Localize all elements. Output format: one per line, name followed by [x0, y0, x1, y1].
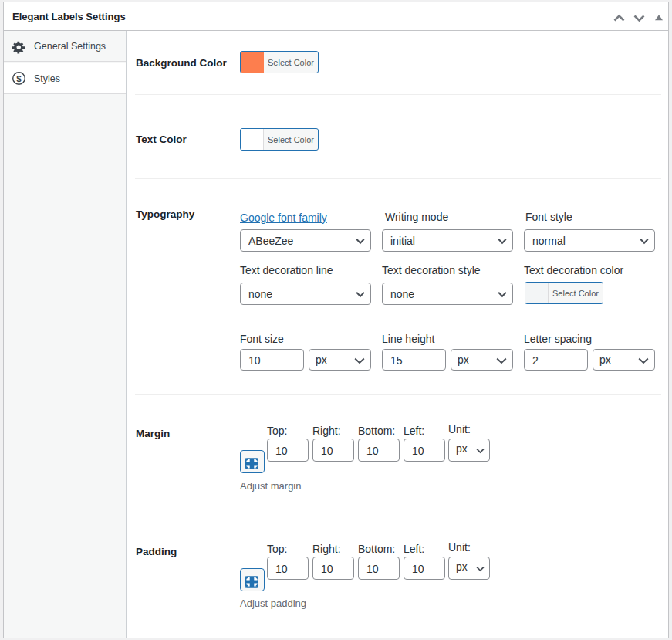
svg-text:$: $: [16, 74, 22, 83]
